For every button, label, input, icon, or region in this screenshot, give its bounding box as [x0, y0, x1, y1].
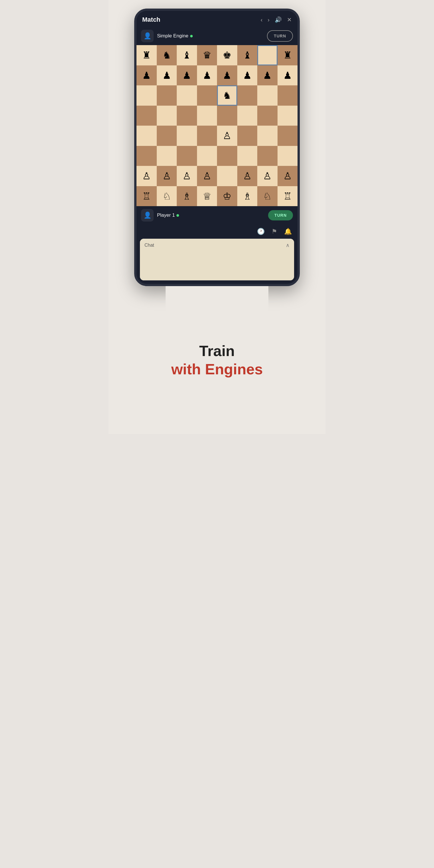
cell-7-3[interactable]: ♕	[197, 186, 217, 207]
cell-3-3[interactable]	[197, 106, 217, 126]
cell-7-5[interactable]: ♗	[237, 186, 257, 207]
flag-icon[interactable]: ⚑	[272, 228, 277, 235]
cell-1-3[interactable]: ♟	[197, 65, 217, 86]
cell-6-4[interactable]	[217, 166, 237, 186]
cell-5-7[interactable]	[278, 146, 298, 166]
cell-3-5[interactable]	[237, 106, 257, 126]
cell-7-4[interactable]: ♔	[217, 186, 237, 207]
cell-4-7[interactable]	[278, 126, 298, 146]
player-info: 👤 Player 1	[141, 209, 179, 222]
cell-1-7[interactable]: ♟	[278, 65, 298, 86]
forward-icon[interactable]: ›	[268, 17, 270, 23]
history-icon[interactable]: 🕐	[257, 228, 265, 235]
promo-line2: with Engines	[171, 361, 263, 378]
cell-7-7[interactable]: ♖	[278, 186, 298, 207]
player-name: Player 1	[157, 212, 179, 218]
chat-chevron-icon[interactable]: ∧	[286, 242, 289, 248]
cell-6-7[interactable]: ♙	[278, 166, 298, 186]
cell-3-0[interactable]	[136, 106, 157, 126]
chat-panel: Chat ∧	[140, 239, 294, 280]
cell-6-1[interactable]: ♙	[157, 166, 177, 186]
action-icons-row: 🕐 ⚑ 🔔	[136, 224, 298, 239]
opponent-online-dot	[190, 35, 193, 37]
cell-2-4[interactable]: ♞	[217, 85, 237, 106]
cell-2-1[interactable]	[157, 85, 177, 106]
cell-0-6[interactable]	[257, 45, 278, 65]
chat-header[interactable]: Chat ∧	[140, 239, 294, 252]
cell-3-2[interactable]	[177, 106, 197, 126]
cell-0-1[interactable]: ♞	[157, 45, 177, 65]
match-header: Match ‹ › 🔊 ✕	[136, 11, 298, 27]
cell-6-6[interactable]: ♙	[257, 166, 278, 186]
promo-line1: Train	[199, 342, 235, 360]
back-icon[interactable]: ‹	[261, 17, 263, 23]
cell-2-2[interactable]	[177, 85, 197, 106]
cell-3-6[interactable]	[257, 106, 278, 126]
chess-board[interactable]: ♜♞♝♛♚♝♜♟♟♟♟♟♟♟♟♞♙♙♙♙♙♙♙♙♖♘♗♕♔♗♘♖	[136, 45, 298, 206]
cell-0-5[interactable]: ♝	[237, 45, 257, 65]
cell-0-7[interactable]: ♜	[278, 45, 298, 65]
cell-7-2[interactable]: ♗	[177, 186, 197, 207]
cell-5-0[interactable]	[136, 146, 157, 166]
page-wrapper: Match ‹ › 🔊 ✕ 👤 Simple Engine TURN ♜♞♝♛♚…	[108, 0, 326, 434]
cell-4-0[interactable]	[136, 126, 157, 146]
cell-2-5[interactable]	[237, 85, 257, 106]
chat-label: Chat	[145, 243, 154, 248]
cell-6-2[interactable]: ♙	[177, 166, 197, 186]
speaker-icon[interactable]: 🔔	[284, 228, 292, 235]
close-icon[interactable]: ✕	[287, 16, 292, 23]
promo-section: Train with Engines	[165, 286, 269, 434]
opponent-row: 👤 Simple Engine TURN	[136, 27, 298, 45]
cell-2-6[interactable]	[257, 85, 278, 106]
chat-body	[140, 252, 294, 280]
player-row: 👤 Player 1 TURN	[136, 206, 298, 224]
cell-1-4[interactable]: ♟	[217, 65, 237, 86]
cell-5-1[interactable]	[157, 146, 177, 166]
cell-5-5[interactable]	[237, 146, 257, 166]
cell-7-0[interactable]: ♖	[136, 186, 157, 207]
cell-5-6[interactable]	[257, 146, 278, 166]
cell-0-2[interactable]: ♝	[177, 45, 197, 65]
cell-3-4[interactable]	[217, 106, 237, 126]
cell-4-1[interactable]	[157, 126, 177, 146]
phone-frame: Match ‹ › 🔊 ✕ 👤 Simple Engine TURN ♜♞♝♛♚…	[134, 8, 300, 286]
sound-icon[interactable]: 🔊	[275, 16, 282, 23]
cell-7-1[interactable]: ♘	[157, 186, 177, 207]
cell-2-7[interactable]	[278, 85, 298, 106]
cell-1-6[interactable]: ♟	[257, 65, 278, 86]
cell-3-7[interactable]	[278, 106, 298, 126]
cell-4-2[interactable]	[177, 126, 197, 146]
cell-6-3[interactable]: ♙	[197, 166, 217, 186]
cell-0-3[interactable]: ♛	[197, 45, 217, 65]
cell-1-0[interactable]: ♟	[136, 65, 157, 86]
cell-1-2[interactable]: ♟	[177, 65, 197, 86]
cell-4-4[interactable]: ♙	[217, 126, 237, 146]
cell-4-5[interactable]	[237, 126, 257, 146]
cell-0-0[interactable]: ♜	[136, 45, 157, 65]
match-title: Match	[142, 16, 160, 23]
cell-2-3[interactable]	[197, 85, 217, 106]
cell-5-4[interactable]	[217, 146, 237, 166]
cell-4-6[interactable]	[257, 126, 278, 146]
cell-6-0[interactable]: ♙	[136, 166, 157, 186]
player-avatar: 👤	[141, 209, 154, 222]
cell-2-0[interactable]	[136, 85, 157, 106]
header-icons: ‹ › 🔊 ✕	[261, 16, 292, 23]
cell-4-3[interactable]	[197, 126, 217, 146]
opponent-info: 👤 Simple Engine	[141, 30, 193, 42]
player-online-dot	[177, 214, 179, 217]
cell-5-3[interactable]	[197, 146, 217, 166]
cell-3-1[interactable]	[157, 106, 177, 126]
player-turn-button[interactable]: TURN	[268, 210, 293, 220]
opponent-name: Simple Engine	[157, 33, 193, 39]
cell-1-1[interactable]: ♟	[157, 65, 177, 86]
cell-1-5[interactable]: ♟	[237, 65, 257, 86]
opponent-avatar: 👤	[141, 30, 154, 42]
cell-6-5[interactable]: ♙	[237, 166, 257, 186]
cell-0-4[interactable]: ♚	[217, 45, 237, 65]
opponent-turn-button[interactable]: TURN	[267, 30, 293, 42]
cell-7-6[interactable]: ♘	[257, 186, 278, 207]
cell-5-2[interactable]	[177, 146, 197, 166]
